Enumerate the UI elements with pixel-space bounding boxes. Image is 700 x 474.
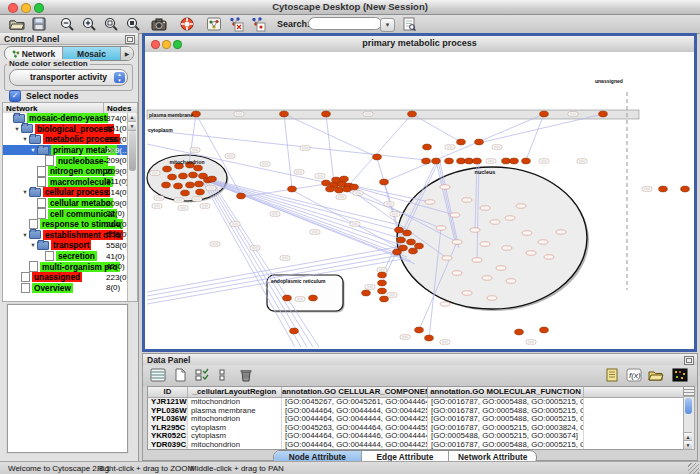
table-row[interactable]: YDR039C__1mitochondrion[GO:0044464, GO:0… — [148, 441, 688, 450]
attribute-table-body[interactable]: YJR121W__1mitochondrion[GO:0045267, GO:0… — [148, 398, 688, 449]
float-panel-icon[interactable] — [125, 35, 135, 44]
save-icon[interactable] — [30, 16, 48, 32]
tree-row[interactable]: ▼transport558(0) — [3, 240, 137, 251]
select-nodes-checkbox[interactable]: ✓ — [9, 90, 21, 102]
trash-icon[interactable] — [237, 367, 255, 383]
tree-row[interactable]: cell communicat22(0) — [3, 208, 137, 219]
table-cell — [584, 407, 688, 416]
table-cell: [GO:0016787, GO:0005215, GO:0003824, G..… — [428, 424, 584, 433]
snapshot-icon[interactable] — [150, 16, 168, 32]
expand-triangle-icon[interactable]: ▼ — [29, 147, 37, 153]
table-row[interactable]: YPL036W__1mitochondrion[GO:0044464, GO:0… — [148, 415, 688, 424]
scroll-down-icon[interactable]: ▼ — [684, 440, 692, 449]
scroll-up-icon[interactable]: ▲ — [128, 113, 136, 122]
zoom-in-icon[interactable] — [80, 16, 98, 32]
tree-row[interactable]: mosaic-demo-yeast874(0) — [3, 113, 137, 124]
open-icon[interactable] — [8, 16, 26, 32]
table-row[interactable]: YJR121W__1mitochondrion[GO:0045267, GO:0… — [148, 398, 688, 407]
network-tree: mosaic-demo-yeast874(0)▼biological_proce… — [2, 113, 138, 302]
expand-triangle-icon[interactable]: ▼ — [21, 189, 29, 195]
tab-overflow-arrow[interactable]: ▶ — [121, 47, 133, 60]
tree-row[interactable]: cellular metabo209(0) — [3, 198, 137, 209]
leaf-icon — [21, 283, 30, 294]
status-welcome: Welcome to Cytoscape 2.8.1 — [8, 464, 110, 473]
svg-text:cytoplasm: cytoplasm — [148, 127, 173, 133]
float-panel-icon[interactable] — [684, 356, 694, 365]
tree-row[interactable]: nucleobase-209(0) — [3, 155, 137, 166]
network-overview-icon[interactable] — [205, 16, 223, 32]
table-scroll-thumb[interactable] — [685, 398, 692, 414]
formula-builder-icon[interactable]: f(x) — [625, 367, 643, 383]
tab-mosaic-label: Mosaic — [77, 49, 106, 59]
hide-selected-icon[interactable] — [227, 16, 245, 32]
resize-grip[interactable] — [688, 463, 699, 474]
column-header: ID — [148, 387, 188, 397]
control-panel: Control Panel Network Mosaic ▶ Node colo… — [0, 33, 139, 461]
data-panel: Data Panel f(x) ID_cellularLayoutRegiona… — [142, 353, 698, 461]
tree-label: biological_process — [35, 124, 114, 134]
table-cell: [GO:0016787, GO:0005488, GO:0005215, G..… — [428, 398, 584, 407]
table-cell: YLR295C — [148, 424, 188, 433]
network-graph[interactable]: plasma membranecytoplasmmitochondrionnuc… — [145, 52, 694, 349]
table-cell: [GO:0044464, GO:0044444, GO:0044425, G..… — [282, 407, 428, 416]
tree-row[interactable]: nitrogen compo209(0) — [3, 166, 137, 177]
tree-row[interactable]: ▼cellular process614(0) — [3, 187, 137, 198]
table-row[interactable]: YKR052Ccytoplasm[GO:0044464, GO:0044446,… — [148, 432, 688, 441]
tree-row[interactable]: response to stimulu264(0) — [3, 219, 137, 230]
tree-row[interactable]: ▼establishment of lo558(0) — [3, 230, 137, 241]
table-cell: [GO:0016787, GO:0005488, GO:0005215, G..… — [428, 407, 584, 416]
attribute-checklist-icon[interactable] — [193, 367, 211, 383]
tree-label: macromolecule — [48, 177, 113, 187]
tree-scroll-thumb[interactable] — [129, 131, 136, 171]
tree-label: cellular process — [43, 187, 110, 197]
zoom-out-icon[interactable] — [58, 16, 76, 32]
search-input[interactable] — [308, 17, 382, 30]
import-attributes-icon[interactable] — [647, 367, 665, 383]
tree-row[interactable]: multi-organism pro42(0) — [3, 261, 137, 272]
tree-row[interactable]: ▼biological_process651(0) — [3, 124, 137, 135]
table-header-row[interactable]: ID_cellularLayoutRegionannotation.GO CEL… — [148, 387, 688, 398]
tree-row[interactable]: ▼primary metabo209(... — [3, 145, 137, 156]
help-ring-icon[interactable] — [178, 16, 196, 32]
attribute-editor-icon[interactable] — [603, 367, 621, 383]
expand-triangle-icon[interactable]: ▼ — [29, 242, 37, 248]
tree-label: unassigned — [32, 272, 82, 282]
zoom-selected-icon[interactable] — [124, 16, 142, 32]
birdseye-view[interactable] — [7, 304, 128, 453]
table-cell: cytoplasm — [188, 424, 282, 433]
expand-triangle-icon[interactable]: ▼ — [21, 232, 29, 238]
table-row[interactable]: YPL036W__2plasma membrane[GO:0044464, GO… — [148, 407, 688, 416]
tree-node-count: 8(0) — [106, 283, 120, 292]
tree-scrollbar[interactable]: ▲ ▼ — [127, 113, 137, 301]
tree-row[interactable]: macromolecule311(0) — [3, 177, 137, 188]
dropdown-stepper-icon: ▲▼ — [114, 72, 125, 83]
tree-row[interactable]: ▼metabolic process280(0) — [3, 134, 137, 145]
scroll-down-icon[interactable]: ▼ — [128, 122, 136, 131]
tree-row[interactable]: secretion41(0) — [3, 251, 137, 262]
table-row[interactable]: YLR295Ccytoplasm[GO:0045263, GO:0044464,… — [148, 424, 688, 433]
attribute-pair-icon[interactable] — [215, 367, 233, 383]
select-attributes-icon[interactable] — [149, 367, 167, 383]
advanced-search-icon[interactable] — [400, 16, 418, 32]
table-cell: mitochondrion — [188, 441, 282, 450]
network-view-titlebar[interactable]: primary metabolic process — [145, 36, 694, 53]
expand-triangle-icon[interactable]: ▼ — [21, 136, 29, 142]
node-color-dropdown[interactable]: transporter activity ▲▼ — [9, 69, 128, 86]
new-attribute-icon[interactable] — [171, 367, 189, 383]
matrix-view-icon[interactable] — [671, 367, 689, 383]
expand-triangle-icon[interactable]: ▼ — [13, 126, 21, 132]
network-canvas[interactable]: plasma membranecytoplasmmitochondrionnuc… — [145, 52, 694, 349]
zoom-fit-icon[interactable] — [102, 16, 120, 32]
table-scrollbar[interactable]: ▲ ▼ — [683, 396, 695, 450]
table-cell: [GO:0016787, GO:0005488, GO:0005215, G..… — [428, 415, 584, 424]
tree-node-count: 41(0) — [106, 252, 125, 261]
attribute-table[interactable]: ID_cellularLayoutRegionannotation.GO CEL… — [147, 386, 689, 450]
folder-icon — [37, 241, 49, 250]
tree-row[interactable]: unassigned223(0) — [3, 272, 137, 283]
show-all-icon[interactable] — [249, 16, 267, 32]
node-color-dropdown-value: transporter activity — [30, 72, 107, 82]
attribute-table-header[interactable]: ID_cellularLayoutRegionannotation.GO CEL… — [148, 387, 688, 398]
search-dropdown-arrow[interactable]: ▼ — [380, 18, 395, 32]
tree-node-count: 614(0) — [106, 188, 129, 197]
tree-row[interactable]: Overview8(0) — [3, 283, 137, 294]
